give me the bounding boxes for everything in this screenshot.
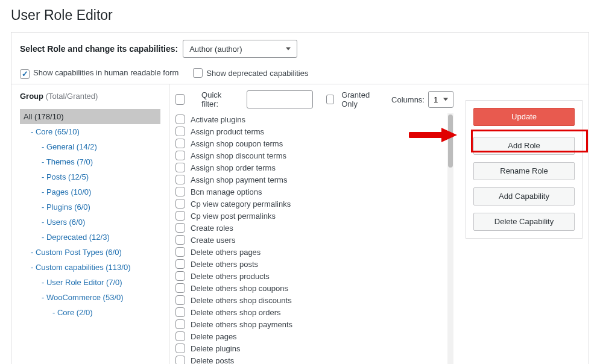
capability-row: Assign product terms: [175, 125, 445, 137]
group-heading: Group (Total/Granted): [20, 92, 160, 101]
capability-row: Delete posts: [175, 354, 445, 364]
capabilities-column: Quick filter: Granted Only Columns: 1 Ac…: [169, 84, 459, 364]
capability-label: Delete others shop payments: [191, 320, 292, 329]
actions-column: Update Add Role Rename Role Add Capabili…: [459, 84, 589, 364]
capability-row: Delete pages: [175, 330, 445, 342]
group-item[interactable]: - Core (65/10): [20, 124, 160, 139]
capability-row: Delete others posts: [175, 258, 445, 270]
capability-checkbox[interactable]: [175, 247, 185, 257]
scrollbar-thumb[interactable]: [448, 115, 453, 168]
capability-row: Delete others shop coupons: [175, 282, 445, 294]
capability-row: Assign shop coupon terms: [175, 137, 445, 149]
capability-checkbox[interactable]: [175, 187, 185, 196]
granted-only-checkbox[interactable]: [326, 95, 334, 104]
capability-checkbox[interactable]: [175, 344, 185, 353]
role-select[interactable]: Author (author): [183, 40, 297, 58]
group-item[interactable]: All (178/10): [20, 109, 160, 124]
quick-filter-input[interactable]: [247, 90, 313, 108]
capability-checkbox[interactable]: [175, 259, 185, 269]
filter-bar: Quick filter: Granted Only Columns: 1: [175, 89, 453, 113]
select-all-checkbox[interactable]: [175, 94, 185, 105]
group-item[interactable]: - Custom Post Types (6/0): [20, 245, 160, 260]
show-human-checkbox[interactable]: [20, 69, 30, 79]
quick-filter-label: Quick filter:: [201, 90, 233, 108]
capability-label: Assign product terms: [191, 127, 264, 136]
select-role-label: Select Role and change its capabilities:: [20, 44, 178, 54]
capability-checkbox[interactable]: [175, 295, 185, 305]
capability-label: Delete others shop orders: [191, 308, 281, 317]
capability-row: Cp view category permalinks: [175, 198, 445, 210]
scrollbar[interactable]: [447, 113, 453, 364]
topbar: Select Role and change its capabilities:…: [11, 33, 589, 84]
capability-checkbox[interactable]: [175, 175, 185, 184]
actions-panel: Update Add Role Rename Role Add Capabili…: [466, 100, 583, 239]
capability-label: Cp view post permalinks: [191, 212, 276, 221]
capability-label: Delete posts: [191, 356, 234, 365]
capability-row: Delete others shop orders: [175, 306, 445, 318]
update-button[interactable]: Update: [473, 108, 575, 126]
editor-panel: Select Role and change its capabilities:…: [11, 32, 589, 364]
capability-row: Delete others products: [175, 270, 445, 282]
page-title: User Role Editor: [11, 7, 589, 24]
group-item[interactable]: - Themes (7/0): [20, 154, 160, 169]
group-item[interactable]: - Custom capabilities (113/0): [20, 260, 160, 275]
capability-checkbox[interactable]: [175, 211, 185, 221]
capability-checkbox[interactable]: [175, 356, 185, 364]
group-sidebar: Group (Total/Granted) All (178/10)- Core…: [11, 84, 169, 364]
capability-checkbox[interactable]: [175, 307, 185, 317]
capability-checkbox[interactable]: [175, 235, 185, 245]
capability-label: Create roles: [191, 224, 233, 233]
group-item[interactable]: - Pages (10/0): [20, 184, 160, 199]
capability-row: Bcn manage options: [175, 186, 445, 198]
capability-row: Delete others pages: [175, 246, 445, 258]
capability-label: Assign shop order terms: [191, 163, 276, 172]
group-item[interactable]: - Users (6/0): [20, 215, 160, 230]
group-item[interactable]: - User Role Editor (7/0): [20, 275, 160, 290]
capability-checkbox[interactable]: [175, 163, 185, 172]
group-item[interactable]: - WooCommerce (53/0): [20, 290, 160, 305]
capability-row: Assign shop payment terms: [175, 174, 445, 186]
capability-row: Delete others shop payments: [175, 318, 445, 330]
capability-checkbox[interactable]: [175, 115, 185, 124]
group-item[interactable]: - Core (2/0): [20, 305, 160, 320]
capability-row: Assign shop discount terms: [175, 149, 445, 162]
granted-only-label: Granted Only: [341, 90, 378, 108]
capability-label: Assign shop discount terms: [191, 151, 286, 160]
capability-checkbox[interactable]: [175, 127, 185, 136]
capability-label: Activate plugins: [191, 115, 245, 124]
capability-checkbox[interactable]: [175, 223, 185, 233]
rename-role-button[interactable]: Rename Role: [473, 162, 575, 180]
capability-label: Delete others pages: [191, 248, 261, 257]
group-item[interactable]: - General (14/2): [20, 139, 160, 154]
capability-label: Cp view category permalinks: [191, 199, 291, 209]
capability-checkbox[interactable]: [175, 151, 185, 160]
capability-row: Create roles: [175, 222, 445, 234]
show-human-label: Show capabilities in human readable form: [33, 67, 178, 77]
columns-label: Columns:: [391, 95, 425, 104]
capability-checkbox[interactable]: [175, 283, 185, 293]
add-role-button[interactable]: Add Role: [473, 137, 575, 155]
capability-checkbox[interactable]: [175, 319, 185, 329]
capability-row: Cp view post permalinks: [175, 210, 445, 222]
capability-checkbox[interactable]: [175, 331, 185, 341]
capability-label: Delete plugins: [191, 344, 240, 353]
show-deprecated-label: Show deprecated capabilities: [206, 69, 308, 78]
group-item[interactable]: - Deprecated (12/3): [20, 230, 160, 245]
capability-row: Assign shop order terms: [175, 162, 445, 174]
capability-row: Delete others shop discounts: [175, 294, 445, 306]
capability-label: Delete pages: [191, 332, 237, 341]
capability-label: Delete others shop coupons: [191, 284, 288, 293]
capability-row: Delete plugins: [175, 342, 445, 354]
capability-checkbox[interactable]: [175, 199, 185, 209]
capability-checkbox[interactable]: [175, 139, 185, 148]
capability-label: Assign shop payment terms: [191, 175, 287, 184]
group-item[interactable]: - Posts (12/5): [20, 169, 160, 184]
add-capability-button[interactable]: Add Capability: [473, 187, 575, 206]
group-item[interactable]: - Plugins (6/0): [20, 199, 160, 215]
capability-label: Delete others posts: [191, 260, 258, 269]
show-deprecated-checkbox[interactable]: [193, 68, 203, 78]
capability-row: Create users: [175, 234, 445, 246]
columns-select[interactable]: 1: [428, 91, 453, 108]
capability-checkbox[interactable]: [175, 271, 185, 281]
delete-capability-button[interactable]: Delete Capability: [473, 213, 575, 231]
